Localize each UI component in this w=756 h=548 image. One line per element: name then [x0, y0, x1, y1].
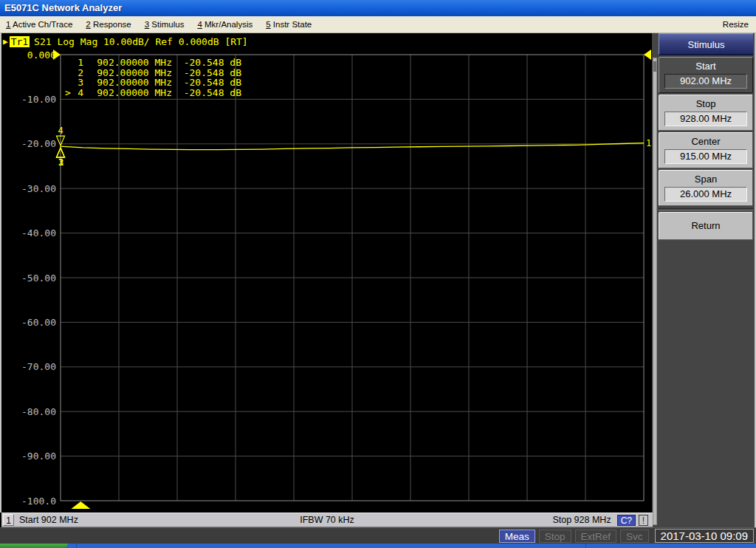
menu-item-instr-state[interactable]: 5 Instr State — [266, 20, 312, 29]
channel-status-bar: 1 Start 902 MHz IFBW 70 kHz Stop 928 MHz… — [1, 513, 653, 527]
channel-start-readout: Start 902 MHz — [19, 515, 78, 525]
softkey-separator — [659, 208, 753, 210]
status-indicator-svc: Svc — [620, 530, 649, 543]
trace-name-badge[interactable]: Tr1 — [10, 36, 30, 47]
resize-button[interactable]: Resize — [723, 16, 749, 32]
ref-level-left-icon — [53, 49, 61, 60]
y-tick-label: -30.00 — [21, 183, 56, 194]
marker-number: 4 — [58, 126, 63, 136]
softkey-span[interactable]: Span 26.000 MHz — [659, 170, 753, 206]
marker-row-1: 1902.00000 MHz-20.548 dB — [65, 58, 241, 68]
trace-status-line: ▶ Tr1 S21 Log Mag 10.00dB/ Ref 0.000dB [… — [3, 35, 248, 47]
y-tick-label: -100.0 — [21, 496, 56, 507]
y-tick-label: 0.000 — [27, 49, 56, 61]
trace-parameters: S21 Log Mag 10.00dB/ Ref 0.000dB [RT] — [34, 36, 248, 47]
y-tick-label: -90.00 — [21, 451, 56, 462]
y-tick-label: -60.00 — [21, 317, 56, 328]
softkey-return[interactable]: Return — [659, 212, 753, 240]
softkey-return-label: Return — [659, 220, 752, 231]
y-tick-label: -10.00 — [21, 94, 56, 105]
taskbar-separator — [76, 544, 77, 548]
channel-ifbw-readout: IFBW 70 kHz — [1, 515, 653, 525]
status-indicator-extref: ExtRef — [575, 530, 617, 543]
marker-number: 3 — [58, 157, 63, 168]
title-bar: E5071C Network Analyzer — [0, 0, 756, 16]
ref-level-right-icon — [644, 49, 651, 60]
softkey-start-label: Start — [659, 59, 752, 74]
y-tick-label: -80.00 — [21, 406, 56, 417]
softkey-stop[interactable]: Stop 928.00 MHz — [659, 95, 753, 131]
y-tick-label: -50.00 — [21, 273, 56, 284]
softkey-panel: Stimulus Start 902.00 MHz Stop 928.00 MH… — [652, 33, 755, 527]
start-button[interactable] — [0, 544, 68, 548]
trace-number-label: 1 — [646, 138, 651, 148]
softkey-start[interactable]: Start 902.00 MHz — [659, 57, 753, 93]
y-tick-label: -40.00 — [21, 227, 56, 239]
status-indicator-stop: Stop — [539, 530, 571, 543]
softkey-scrollbar-thumb[interactable] — [653, 61, 656, 72]
softkey-center-label: Center — [659, 134, 752, 149]
active-trace-arrow-icon: ▶ — [3, 37, 8, 47]
softkey-stop-label: Stop — [659, 97, 752, 112]
marker-row-3: 3902.00000 MHz-20.548 dB — [65, 78, 241, 88]
instrument-status-bar: MeasStopExtRefSvc 2017-03-10 09:09 — [0, 527, 756, 544]
marker-row-4: >4902.00000 MHz-20.548 dB — [65, 88, 241, 98]
softkey-span-value: 26.000 MHz — [664, 187, 747, 202]
taskbar-separator — [585, 544, 586, 548]
app-window: E5071C Network Analyzer 1 Active Ch/Trac… — [0, 0, 756, 548]
softkey-span-label: Span — [659, 172, 752, 187]
window-left-border — [0, 33, 1, 513]
softkey-start-value: 902.00 MHz — [664, 74, 747, 89]
marker-row-2: 2902.00000 MHz-20.548 dB — [65, 68, 241, 78]
menu-item-mkr-analysis[interactable]: 4 Mkr/Analysis — [197, 20, 252, 29]
softkey-stop-value: 928.00 MHz — [664, 112, 747, 126]
marker-readout-table: 1902.00000 MHz-20.548 dB2902.00000 MHz-2… — [65, 58, 241, 97]
menu-item-response[interactable]: 2 Response — [86, 20, 131, 29]
y-tick-label: -70.00 — [21, 361, 56, 372]
y-tick-label: -20.00 — [21, 138, 56, 149]
window-title: E5071C Network Analyzer — [4, 2, 122, 13]
softkey-center[interactable]: Center 915.00 MHz — [659, 132, 753, 168]
instrument-display: 0.000-10.00-20.00-30.00-40.00-50.00-60.0… — [1, 33, 652, 513]
status-indicator-meas: Meas — [499, 530, 535, 543]
datetime-display: 2017-03-10 09:09 — [655, 529, 754, 543]
sweep-position-icon — [71, 501, 90, 509]
softkey-center-value: 915.00 MHz — [664, 149, 747, 164]
measurement-plot: 0.000-10.00-20.00-30.00-40.00-50.00-60.0… — [1, 33, 652, 513]
menu-item-stimulus[interactable]: 3 Stimulus — [145, 20, 185, 29]
softkey-scrollbar[interactable] — [653, 58, 657, 525]
menu-bar: 1 Active Ch/Trace2 Response3 Stimulus4 M… — [0, 16, 756, 33]
softkey-menu-title: Stimulus — [659, 33, 753, 55]
taskbar — [0, 544, 756, 548]
menu-item-active-ch-trace[interactable]: 1 Active Ch/Trace — [6, 20, 72, 29]
